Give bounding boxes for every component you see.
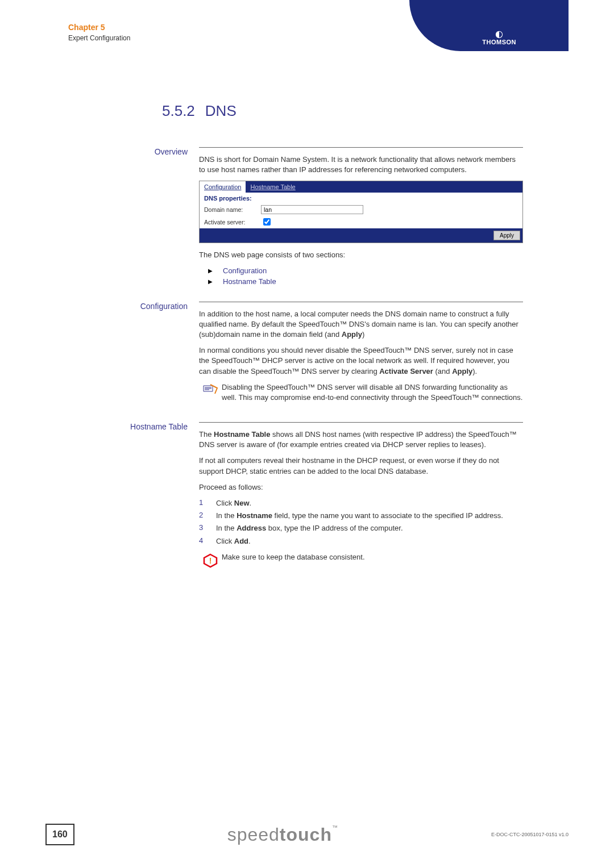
step-4: 4 Click Add. [199,536,523,546]
page-footer: 160 speedtouch™ E-DOC-CTC-20051017-0151 … [0,824,614,845]
config-note: Disabling the SpeedTouch™ DNS server wil… [222,382,523,403]
page-number: 160 [45,824,74,845]
step-1: 1 Click New. [199,498,523,508]
page-header: ◐ THOMSON Chapter 5 Expert Configuration [68,23,523,57]
step-3: 3 In the Address box, type the IP addres… [199,523,523,533]
note-icon [199,382,222,403]
step-2: 2 In the Hostname field, type the name y… [199,511,523,521]
dns-screenshot: Configuration Hostname Table DNS propert… [199,181,523,243]
sections-intro: The DNS web page consists of two section… [199,250,523,260]
domain-name-label: Domain name: [204,206,261,213]
document-id: E-DOC-CTC-20051017-0151 v1.0 [491,832,569,837]
brand-icon: ◐ [482,30,516,39]
dns-properties-header: DNS properties: [200,193,522,204]
arrow-icon: ▶ [208,278,213,285]
svg-text:!: ! [209,556,212,565]
section-title-row: 5.5.2 DNS [162,102,523,120]
hostname-table-label: Hostname Table [68,422,188,431]
proceed-text: Proceed as follows: [199,482,523,493]
overview-label: Overview [68,147,188,156]
domain-name-input[interactable] [261,205,363,214]
bullet-hostname-table: ▶ Hostname Table [208,277,523,286]
overview-intro: DNS is short for Domain Name System. It … [199,155,523,175]
tab-hostname-table[interactable]: Hostname Table [246,181,300,193]
hostname-p1: The Hostname Table shows all DNS host na… [199,429,523,450]
section-title: DNS [205,102,237,120]
config-p2: In normal conditions you should never di… [199,345,523,377]
hostname-p2: If not all computers reveal their hostna… [199,456,523,476]
apply-button[interactable]: Apply [493,231,520,240]
arrow-icon: ▶ [208,268,213,274]
brand-name: THOMSON [482,39,516,45]
speedtouch-brand: speedtouch™ [227,824,338,845]
tab-configuration[interactable]: Configuration [200,181,246,193]
activate-server-label: Activate server: [204,219,261,226]
link-hostname-table[interactable]: Hostname Table [223,277,276,286]
thomson-logo: ◐ THOMSON [482,30,516,45]
caution-text: Make sure to keep the database consisten… [222,552,523,568]
caution-icon: ! [199,552,222,568]
activate-server-checkbox[interactable] [263,218,271,226]
configuration-label: Configuration [68,302,188,311]
bullet-configuration: ▶ Configuration [208,266,523,275]
config-p1: In addition to the host name, a local co… [199,309,523,340]
section-number: 5.5.2 [162,102,195,120]
link-configuration[interactable]: Configuration [223,266,267,275]
